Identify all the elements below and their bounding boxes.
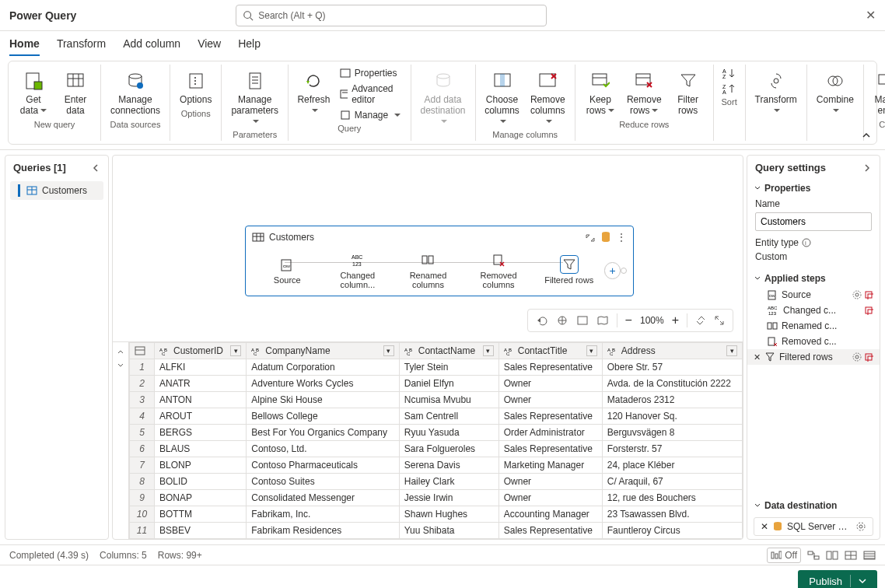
table-row[interactable]: 3ANTONAlpine Ski HouseNcumisa MvubuOwner…	[130, 392, 743, 408]
expand-preview-icon[interactable]	[116, 361, 125, 370]
undo-icon[interactable]	[536, 314, 548, 327]
query-diagram-card[interactable]: Customers ⋮ csv Source ABC123 Changed co…	[245, 226, 634, 296]
collapse-queries-button[interactable]	[91, 163, 100, 173]
step-source[interactable]: csv Source	[252, 256, 323, 285]
choose-columns-button[interactable]: Choose columns	[482, 66, 523, 128]
filter-rows-button[interactable]: Filter rows	[670, 66, 707, 118]
svg-rect-42	[879, 75, 885, 84]
column-header-contactname[interactable]: ABCContactName▾	[399, 343, 498, 359]
table-row[interactable]: 1ALFKIAdatum CorporationTyler SteinSales…	[130, 359, 743, 376]
keep-rows-button[interactable]: Keep rows	[582, 66, 619, 118]
tab-help[interactable]: Help	[238, 37, 261, 56]
table-row[interactable]: 4AROUTBellows CollegeSam CentrellSales R…	[130, 408, 743, 425]
sort-asc-button[interactable]: AZ	[720, 66, 739, 80]
column-header-contacttitle[interactable]: ABCContactTitle▾	[498, 343, 602, 359]
options-button[interactable]: Options	[177, 66, 215, 107]
properties-button[interactable]: Properties	[338, 66, 404, 80]
get-data-button[interactable]: Get data	[15, 66, 52, 118]
output-icon[interactable]	[864, 290, 873, 299]
transform-button[interactable]: Transform	[752, 66, 800, 118]
schema-view-icon[interactable]	[826, 550, 838, 561]
map-icon[interactable]	[596, 314, 609, 327]
collapse-settings-button[interactable]	[862, 163, 872, 173]
tab-view[interactable]: View	[198, 37, 221, 56]
fullscreen-icon[interactable]	[576, 314, 589, 327]
fit-icon[interactable]	[556, 314, 568, 327]
gear-icon[interactable]	[855, 521, 866, 532]
tab-transform[interactable]: Transform	[57, 37, 106, 56]
svg-point-100	[855, 355, 859, 359]
applied-steps-section-toggle[interactable]: Applied steps	[747, 270, 880, 287]
publish-button[interactable]: Publish	[798, 570, 877, 588]
column-profile-toggle[interactable]: Off	[767, 548, 801, 563]
table-row[interactable]: 10BOTTMFabrikam, Inc.Shawn HughesAccount…	[130, 506, 743, 523]
output-icon[interactable]	[864, 306, 873, 315]
svg-rect-111	[814, 556, 819, 559]
combine-button[interactable]: Combine	[813, 66, 857, 118]
svg-rect-112	[827, 551, 831, 559]
data-destination-section-toggle[interactable]: Data destination	[747, 497, 880, 514]
delete-step-icon[interactable]: ✕	[754, 352, 761, 362]
applied-step-3[interactable]: Removed c...	[747, 334, 880, 349]
more-icon[interactable]: ⋮	[616, 231, 627, 243]
remove-destination-icon[interactable]: ✕	[761, 521, 768, 532]
manage-query-button[interactable]: Manage	[338, 108, 404, 122]
table-row[interactable]: 2ANATRAdventure Works CyclesDaniel Elfyn…	[130, 376, 743, 392]
collapse-ribbon-button[interactable]	[861, 130, 872, 141]
map-to-entity-button[interactable]: CDM Map to entity	[870, 66, 885, 118]
properties-section-toggle[interactable]: Properties	[747, 180, 880, 197]
table-row[interactable]: 11BSBEVFabrikam ResidencesYuu ShibataSal…	[130, 523, 743, 539]
remove-rows-button[interactable]: Remove rows	[624, 66, 665, 118]
data-preview-table[interactable]: ABCCustomerID▾ABCCompanyName▾ABCContactN…	[129, 342, 743, 539]
diagram-view[interactable]: Customers ⋮ csv Source ABC123 Changed co…	[113, 156, 743, 341]
tab-add-column[interactable]: Add column	[123, 37, 180, 56]
step-changed-column[interactable]: ABC123 Changed column...	[323, 251, 394, 289]
collapse-diagram-icon[interactable]	[695, 315, 706, 326]
manage-connections-button[interactable]: Manage connections	[107, 66, 163, 118]
zoom-in-button[interactable]: +	[672, 313, 679, 327]
table-row[interactable]: 8BOLIDContoso SuitesHailey ClarkOwnerC/ …	[130, 474, 743, 490]
svg-rect-96	[773, 323, 777, 329]
svg-rect-113	[833, 551, 838, 559]
step-renamed-columns[interactable]: Renamed columns	[393, 251, 463, 289]
applied-step-4[interactable]: ✕Filtered rows	[747, 349, 880, 365]
remove-columns-button[interactable]: Remove columns	[527, 66, 568, 128]
applied-step-2[interactable]: Renamed c...	[747, 318, 880, 334]
tab-home[interactable]: Home	[9, 37, 40, 56]
list-view-icon[interactable]	[863, 550, 876, 561]
step-filtered-rows[interactable]: Filtered rows	[533, 256, 604, 285]
svg-text:Z: Z	[722, 84, 726, 89]
column-header-address[interactable]: ABCAddress▾	[602, 343, 742, 359]
query-item-customers[interactable]: Customers	[10, 181, 103, 200]
column-header-customerid[interactable]: ABCCustomerID▾	[155, 343, 247, 359]
table-row[interactable]: 7BLONPContoso PharmaceuticalsSerena Davi…	[130, 457, 743, 474]
info-icon[interactable]: i	[802, 238, 811, 247]
table-row[interactable]: 9BONAPConsolidated MessengerJessie Irwin…	[130, 490, 743, 506]
search-input[interactable]: Search (Alt + Q)	[236, 5, 547, 26]
query-name-input[interactable]	[755, 212, 872, 231]
sort-desc-button[interactable]: ZA	[720, 82, 739, 96]
step-view-icon[interactable]	[807, 550, 820, 561]
manage-parameters-button[interactable]: Manage parameters	[228, 66, 282, 128]
gear-icon[interactable]	[852, 352, 862, 362]
grid-view-icon[interactable]	[845, 550, 857, 561]
table-row[interactable]: 6BLAUSContoso, Ltd.Sara FolguerolesSales…	[130, 441, 743, 457]
expand-diagram-icon[interactable]	[714, 315, 725, 326]
applied-step-0[interactable]: csvSource	[747, 287, 880, 303]
database-icon[interactable]	[600, 231, 611, 243]
collapse-preview-icon[interactable]	[116, 347, 125, 356]
refresh-button[interactable]: Refresh	[295, 66, 333, 118]
enter-data-button[interactable]: Enter data	[57, 66, 94, 118]
table-row[interactable]: 5BERGSBest For You Organics CompanyRyuu …	[130, 425, 743, 441]
data-destination-item[interactable]: ✕ SQL Server data...	[754, 517, 873, 536]
close-button[interactable]: ✕	[866, 8, 876, 23]
advanced-editor-button[interactable]: Advanced editor	[338, 82, 404, 107]
expand-card-icon[interactable]	[585, 232, 596, 243]
output-icon[interactable]	[864, 352, 873, 362]
zoom-out-button[interactable]: −	[625, 313, 632, 327]
add-step-button[interactable]: +	[604, 262, 621, 279]
gear-icon[interactable]	[852, 290, 862, 299]
step-removed-columns[interactable]: Removed columns	[463, 251, 534, 289]
column-header-companyname[interactable]: ABCCompanyName▾	[247, 343, 399, 359]
applied-step-1[interactable]: ABC123Changed c...	[747, 303, 880, 318]
